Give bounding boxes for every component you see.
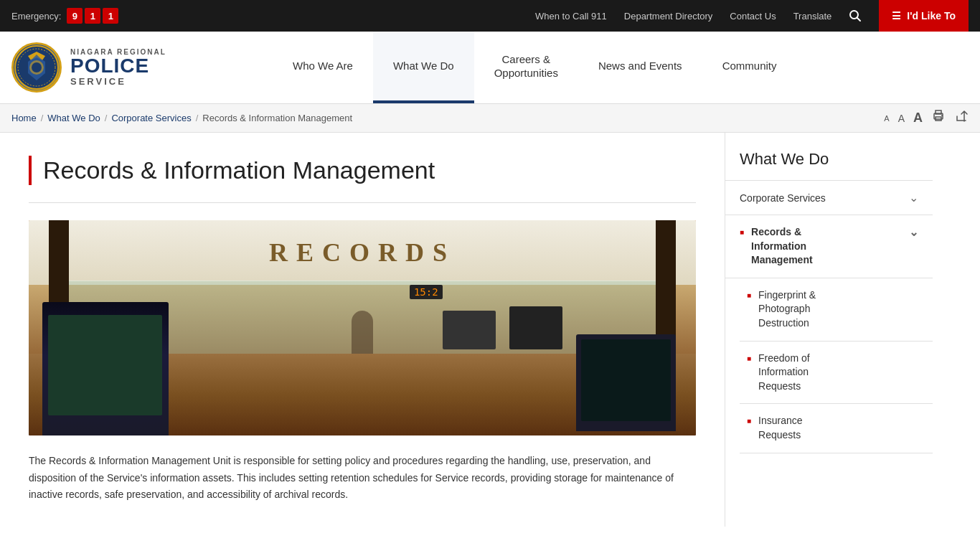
ilike-icon: ☰ bbox=[892, 10, 901, 22]
page-title-container: Records & Information Management bbox=[29, 156, 696, 185]
chevron-down-icon: ⌄ bbox=[909, 191, 918, 204]
sidebar-title: What We Do bbox=[725, 150, 933, 180]
emergency-digits: 9 1 1 bbox=[67, 8, 118, 24]
title-divider bbox=[29, 202, 696, 203]
fingerprint-bullet-icon: ■ bbox=[747, 291, 751, 299]
foi-bullet-icon: ■ bbox=[747, 354, 751, 362]
print-button[interactable] bbox=[931, 109, 946, 127]
share-icon bbox=[954, 109, 969, 123]
nav-what-we-do[interactable]: What We Do bbox=[373, 32, 474, 103]
font-size-small-button[interactable]: A bbox=[884, 114, 889, 123]
nav-community[interactable]: Community bbox=[702, 32, 797, 103]
svg-rect-8 bbox=[936, 110, 941, 114]
fingerprint-item-label: Fingerprint &PhotographDestruction bbox=[758, 288, 816, 331]
ilike-button[interactable]: ☰ I'd Like To bbox=[879, 0, 969, 32]
breadcrumb-what-we-do[interactable]: What We Do bbox=[47, 113, 100, 123]
breadcrumb-corporate-services[interactable]: Corporate Services bbox=[111, 113, 191, 123]
nav-news-events[interactable]: News and Events bbox=[578, 32, 702, 103]
logo-main: POLICE bbox=[70, 56, 166, 76]
sidebar-corporate-section: Corporate Services ⌄ ■ Records &Informat… bbox=[725, 180, 933, 453]
share-button[interactable] bbox=[954, 109, 969, 127]
logo-area: NIAGARA REGIONAL POLICE SERVICE bbox=[0, 32, 273, 103]
breadcrumb-bar: Home / What We Do / Corporate Services /… bbox=[0, 104, 980, 133]
search-icon bbox=[849, 9, 862, 22]
emergency-section: Emergency: 9 1 1 bbox=[11, 8, 118, 24]
corporate-services-label: Corporate Services bbox=[740, 192, 826, 204]
breadcrumb-sep-2: / bbox=[105, 113, 108, 123]
sidebar-insurance-item[interactable]: ■ InsuranceRequests bbox=[740, 404, 933, 453]
content-description: The Records & Information Management Uni… bbox=[29, 453, 696, 504]
emergency-label: Emergency: bbox=[11, 11, 61, 22]
breadcrumb-sep-3: / bbox=[196, 113, 199, 123]
breadcrumb-home[interactable]: Home bbox=[11, 113, 37, 123]
insurance-bullet-icon: ■ bbox=[747, 417, 751, 425]
digit-1b: 1 bbox=[103, 8, 118, 24]
page-title: Records & Information Management bbox=[43, 156, 696, 185]
when-to-call-link[interactable]: When to Call 911 bbox=[535, 11, 607, 22]
nav-who-we-are[interactable]: Who We Are bbox=[273, 32, 373, 103]
records-image: RECORDS 15:2 bbox=[29, 220, 696, 435]
breadcrumb-sep-1: / bbox=[41, 113, 44, 123]
sidebar-fingerprint-item[interactable]: ■ Fingerprint &PhotographDestruction bbox=[740, 278, 933, 342]
foi-item-label: Freedom ofInformationRequests bbox=[758, 352, 810, 394]
ilike-label: I'd Like To bbox=[907, 10, 956, 22]
translate-link[interactable]: Translate bbox=[793, 11, 832, 22]
svg-point-5 bbox=[32, 62, 42, 72]
main-nav: Who We Are What We Do Careers & Opportun… bbox=[273, 32, 980, 103]
breadcrumb-tools: A A A bbox=[884, 109, 969, 127]
breadcrumb: Home / What We Do / Corporate Services /… bbox=[11, 113, 352, 123]
records-sign: RECORDS bbox=[269, 237, 456, 268]
sidebar: What We Do Corporate Services ⌄ ■ Record… bbox=[725, 133, 933, 527]
records-item-label: Records &InformationManagement bbox=[751, 225, 813, 268]
sidebar-records-subitems: ■ Fingerprint &PhotographDestruction ■ F… bbox=[725, 278, 933, 453]
svg-line-1 bbox=[857, 18, 861, 22]
main-content: Records & Information Management RECORDS bbox=[0, 133, 980, 527]
police-badge[interactable] bbox=[11, 42, 62, 93]
topbar-right: When to Call 911 Department Directory Co… bbox=[535, 0, 969, 32]
contact-us-link[interactable]: Contact Us bbox=[730, 11, 776, 22]
header: NIAGARA REGIONAL POLICE SERVICE Who We A… bbox=[0, 32, 980, 104]
badge-svg bbox=[14, 44, 60, 90]
dept-directory-link[interactable]: Department Directory bbox=[624, 11, 713, 22]
font-size-medium-button[interactable]: A bbox=[898, 113, 905, 124]
digit-9: 9 bbox=[67, 8, 83, 24]
nav-careers[interactable]: Careers & Opportunities bbox=[474, 32, 578, 103]
active-bullet-icon: ■ bbox=[740, 228, 744, 236]
sidebar-records-item[interactable]: ■ Records &InformationManagement ⌄ bbox=[725, 215, 933, 278]
logo-service: SERVICE bbox=[70, 76, 166, 87]
breadcrumb-current: Records & Information Management bbox=[202, 113, 352, 123]
content-area: Records & Information Management RECORDS bbox=[0, 133, 725, 527]
logo-text: NIAGARA REGIONAL POLICE SERVICE bbox=[70, 48, 166, 87]
digit-1a: 1 bbox=[85, 8, 100, 24]
top-bar: Emergency: 9 1 1 When to Call 911 Depart… bbox=[0, 0, 980, 32]
records-chevron-icon: ⌄ bbox=[909, 225, 918, 239]
font-size-large-button[interactable]: A bbox=[913, 110, 923, 126]
corporate-services-dropdown[interactable]: Corporate Services ⌄ bbox=[725, 181, 933, 215]
print-icon bbox=[931, 109, 946, 123]
sidebar-foi-item[interactable]: ■ Freedom ofInformationRequests bbox=[740, 342, 933, 405]
insurance-item-label: InsuranceRequests bbox=[758, 414, 802, 442]
search-button[interactable] bbox=[849, 9, 862, 22]
svg-point-10 bbox=[941, 115, 943, 116]
